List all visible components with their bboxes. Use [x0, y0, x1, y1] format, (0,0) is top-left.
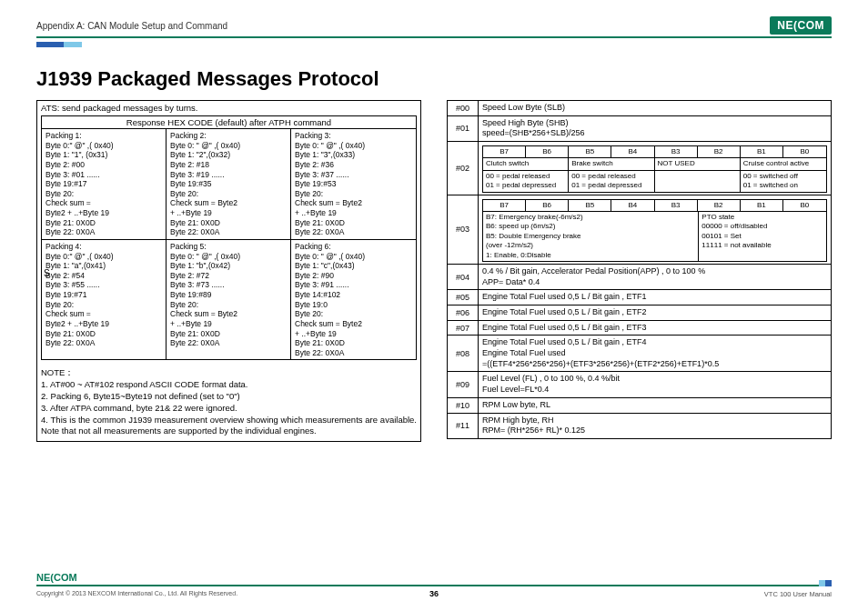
row-02-idx: #02: [448, 142, 479, 195]
row-07-idx: #07: [448, 321, 479, 336]
row-09-body: Fuel Level (FL) , 0 to 100 %, 0.4 %/bit …: [479, 372, 831, 397]
page-footer: NE(COM Copyright © 2013 NEXCOM Internati…: [36, 585, 832, 598]
footer-logo: NE(COM: [36, 572, 77, 583]
packing-1: Packing 1: Byte 0:" @" ,( 0x40) Byte 1: …: [42, 129, 167, 240]
row-03-bits: B7 B6 B5 B4 B3 B2 B1 B0: [482, 199, 827, 212]
row-03-idx: #03: [448, 195, 479, 265]
row-02-bits: B7 B6 B5 B4 B3 B2 B1 B0: [482, 145, 827, 158]
packing-4: Packing 4: Byte 0:" @" ,( 0x40) Byte 1: …: [42, 240, 167, 360]
row-08-body: Engine Total Fuel used 0,5 L / Bit gain …: [479, 336, 831, 372]
row-06-idx: #06: [448, 306, 479, 321]
footer-copyright: Copyright © 2013 NEXCOM International Co…: [36, 590, 237, 596]
appendix-title: Appendix A: CAN Module Setup and Command: [36, 21, 227, 31]
row-03-body: B7 B6 B5 B4 B3 B2 B1 B0 B7: Emergency br…: [479, 195, 831, 265]
row-06-body: Engine Total Fuel used 0,5 L / Bit gain …: [479, 306, 831, 321]
row-08-idx: #08: [448, 336, 479, 372]
accent-bar: [36, 42, 832, 47]
row-00-body: Speed Low Byte (SLB): [479, 101, 831, 116]
row-02-body: B7 B6 B5 B4 B3 B2 B1 B0 Clutch switch Br…: [479, 142, 831, 195]
brand-logo: NE(COM: [770, 16, 832, 35]
packing-grid: Packing 1: Byte 0:" @" ,( 0x40) Byte 1: …: [41, 129, 417, 360]
note-block: NOTE： 1. AT#00 ~ AT#102 respond ASCII CO…: [41, 367, 417, 437]
page-title: J1939 Packaged Messages Protocol: [36, 67, 832, 91]
row-02-values: 00 = pedal released 01 = pedal depressed…: [482, 171, 827, 193]
row-10-idx: #10: [448, 398, 479, 414]
packing-3: Packing 3: Byte 0: " @" ,( 0x40) Byte 1:…: [291, 129, 416, 240]
row-02-labels: Clutch switch Brake switch NOT USED Crui…: [482, 158, 827, 170]
packaging-box: ATS: send packaged messages by turns. Re…: [36, 100, 421, 442]
row-05-body: Engine Total Fuel used 0,5 L / Bit gain …: [479, 290, 831, 306]
row-04-idx: #04: [448, 265, 479, 290]
row-09-idx: #09: [448, 372, 479, 397]
byte-table: #00 Speed Low Byte (SLB) #01 Speed High …: [447, 100, 832, 439]
row-00-idx: #00: [448, 101, 479, 116]
row-11-idx: #11: [448, 414, 479, 438]
footer-manual: VTC 100 User Manual: [764, 590, 832, 598]
ats-line: ATS: send packaged messages by turns.: [41, 103, 417, 113]
packing-5: Packing 5: Byte 0: " @" ,( 0x40) Byte 1:…: [167, 240, 291, 360]
footer-accent: [819, 580, 832, 586]
row-04-body: 0.4 % / Bit gain, Accelerator Pedal Posi…: [479, 265, 831, 290]
row-11-body: RPM High byte, RH RPM= (RH*256+ RL)* 0.1…: [479, 414, 831, 438]
packing-6: Packing 6: Byte 0: " @" ,( 0x40) Byte 1:…: [291, 240, 416, 360]
row-03-content: B7: Emergency brake(-6m/s2) B6: speed up…: [482, 212, 827, 262]
row-01-idx: #01: [448, 116, 479, 142]
row-10-body: RPM Low byte, RL: [479, 398, 831, 414]
packing-2: Packing 2: Byte 0: " @" ,( 0x40) Byte 1:…: [167, 129, 291, 240]
page-header: Appendix A: CAN Module Setup and Command…: [36, 16, 832, 38]
resp-header: Response HEX CODE (default) after ATPH c…: [41, 115, 417, 129]
side-s-label: S: [44, 268, 50, 278]
row-01-body: Speed High Byte (SHB) speed=(SHB*256+SLB…: [479, 116, 831, 142]
row-05-idx: #05: [448, 290, 479, 306]
footer-page: 36: [429, 589, 439, 598]
row-07-body: Engine Total Fuel used 0,5 L / Bit gain …: [479, 321, 831, 336]
